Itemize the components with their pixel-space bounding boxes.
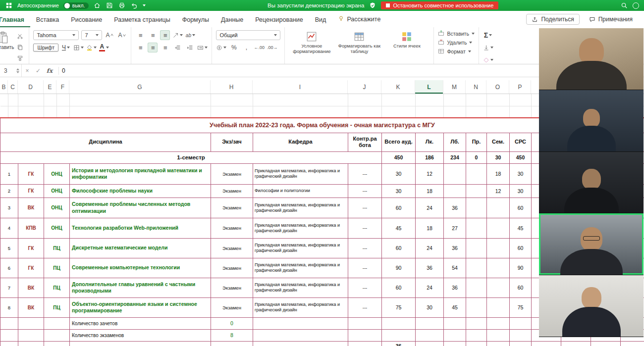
cell[interactable] [416, 329, 444, 341]
empty-cell[interactable] [253, 106, 348, 118]
column-header-F[interactable]: F [56, 80, 69, 94]
print-icon[interactable] [118, 1, 126, 9]
cell-department[interactable]: Философии и политологии [253, 184, 348, 198]
cell-labs[interactable]: 27 [444, 218, 466, 238]
cell-code[interactable]: КПВ [18, 218, 44, 238]
cell-department[interactable]: Прикладная математика, информатика и гра… [253, 278, 348, 297]
cell[interactable] [253, 341, 348, 346]
cell-practice[interactable] [466, 238, 487, 258]
tab-formuly[interactable]: Формулы [176, 13, 215, 27]
tab-recenzirovanie[interactable]: Рецензирование [249, 13, 309, 27]
tab-risovanie[interactable]: Рисование [65, 13, 108, 27]
autosave-toggle[interactable]: выкл. [63, 2, 89, 9]
header-srs[interactable]: СРС [510, 133, 532, 151]
cell[interactable] [561, 341, 591, 346]
empty-cell[interactable] [57, 94, 70, 106]
insert-cells-button[interactable]: Вставить [438, 30, 475, 37]
empty-cell[interactable] [70, 94, 211, 106]
cut-button[interactable] [15, 31, 25, 41]
column-header-I[interactable]: I [253, 80, 348, 94]
cell-cycle[interactable]: ПЦ [44, 238, 70, 258]
column-header-C[interactable]: C [8, 80, 18, 94]
cell[interactable] [211, 341, 253, 346]
delete-cells-button[interactable]: Удалить [438, 39, 475, 46]
cell-labs[interactable]: 36 [444, 198, 466, 218]
cell-department[interactable]: Прикладная математика, информатика и гра… [253, 218, 348, 238]
tab-vid[interactable]: Вид [309, 13, 332, 27]
cell-cycle[interactable]: ОНЦ [44, 163, 70, 184]
empty-cell[interactable] [382, 94, 416, 106]
empty-cell[interactable] [18, 106, 44, 118]
empty-cell[interactable] [466, 94, 487, 106]
video-tile-3[interactable] [539, 152, 644, 214]
empty-cell[interactable] [348, 94, 382, 106]
cell-seminars[interactable] [487, 258, 510, 278]
cell-total[interactable]: 60 [382, 278, 416, 297]
empty-cell[interactable] [44, 106, 57, 118]
cell-exam[interactable]: Экзамен [211, 218, 253, 238]
cell[interactable] [444, 329, 466, 341]
cell-practice[interactable] [466, 278, 487, 297]
increase-indent-button[interactable] [185, 43, 195, 52]
cell-seminars[interactable] [487, 278, 510, 297]
underline-button[interactable]: Ч [61, 43, 71, 52]
autosum-button[interactable]: Σ [483, 30, 493, 40]
cell-control[interactable]: --- [348, 218, 382, 238]
cell-week-total[interactable]: 36 [382, 341, 416, 346]
empty-cell[interactable] [0, 106, 8, 118]
row-num[interactable]: 7 [0, 278, 18, 297]
header-practice[interactable]: Пр. [466, 133, 487, 151]
cell-seminars[interactable] [487, 218, 510, 238]
cell[interactable] [466, 317, 487, 329]
cell[interactable] [487, 317, 510, 329]
semester-value[interactable]: 30 [487, 151, 510, 163]
cell[interactable] [253, 329, 348, 341]
undo-dropdown-caret[interactable] [143, 4, 146, 6]
cell-department[interactable]: Прикладная математика, информатика и гра… [253, 163, 348, 184]
cell[interactable] [44, 317, 70, 329]
column-header-M[interactable]: M [443, 80, 466, 94]
cell-seminars[interactable] [487, 238, 510, 258]
empty-cell[interactable] [416, 94, 444, 106]
cell-labs[interactable]: 36 [444, 278, 466, 297]
enter-icon[interactable]: ✓ [33, 67, 44, 74]
cell[interactable] [0, 317, 18, 329]
decrease-decimal-button[interactable]: .00→ [267, 43, 278, 52]
cell-srs[interactable]: 60 [510, 238, 532, 258]
cell-exam[interactable]: Экзамен [211, 163, 253, 184]
borders-button[interactable] [73, 43, 84, 52]
column-header-N[interactable]: N [466, 80, 486, 94]
empty-cell[interactable] [487, 106, 510, 118]
summary-label[interactable]: Количество зачетов [70, 317, 211, 329]
cell[interactable] [487, 329, 510, 341]
fill-color-button[interactable] [86, 43, 97, 52]
row-num[interactable]: 3 [0, 198, 18, 218]
summary-label[interactable]: Количество экзаменов [70, 329, 211, 341]
empty-cell[interactable] [444, 94, 466, 106]
cell-control[interactable]: --- [348, 238, 382, 258]
cell-lectures[interactable]: 24 [416, 238, 444, 258]
semester-value[interactable]: 186 [416, 151, 444, 163]
row-num[interactable]: 5 [0, 238, 18, 258]
row-num[interactable]: 4 [0, 218, 18, 238]
cell-total[interactable]: 90 [382, 258, 416, 278]
align-top-button[interactable]: ≡ [135, 30, 145, 40]
cell-code[interactable]: ГК [18, 163, 44, 184]
cell-labs[interactable]: 36 [444, 238, 466, 258]
decrease-font-button[interactable]: A [117, 30, 127, 40]
column-header-L[interactable]: L [415, 80, 443, 94]
cell-code[interactable]: ВК [18, 278, 44, 297]
cell-practice[interactable] [466, 163, 487, 184]
empty-cell[interactable] [8, 106, 18, 118]
row-num[interactable]: 6 [0, 258, 18, 278]
cell-control[interactable]: --- [348, 163, 382, 184]
cell[interactable] [348, 329, 382, 341]
cell-practice[interactable] [466, 198, 487, 218]
semester-label[interactable]: 1-семестр [0, 151, 382, 163]
header-total-aud[interactable]: Всего ауд. [382, 133, 416, 151]
number-format-select[interactable]: Общий [216, 30, 280, 40]
cell-total[interactable]: 75 [382, 297, 416, 317]
formula-input[interactable]: 0 [62, 67, 65, 74]
cell-code[interactable]: ВК [18, 198, 44, 218]
summary-value[interactable]: 0 [211, 317, 253, 329]
